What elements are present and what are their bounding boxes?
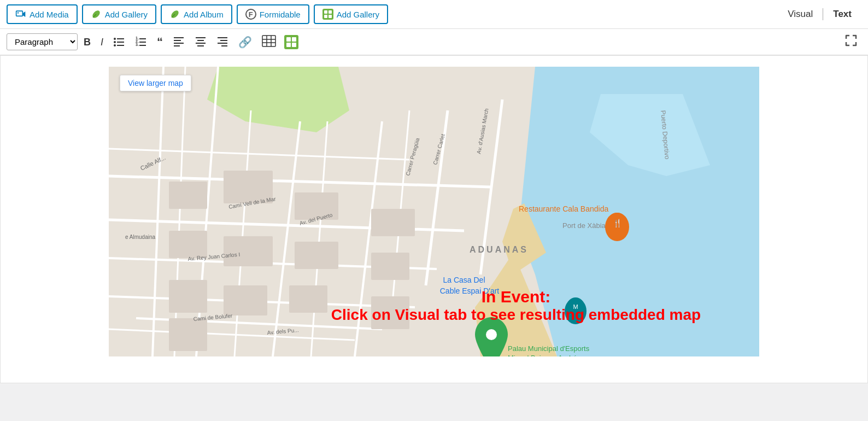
green-grid-icon (322, 9, 333, 20)
svg-rect-58 (295, 242, 338, 269)
svg-point-6 (114, 38, 116, 40)
view-larger-map-link[interactable]: View larger map (120, 75, 191, 91)
svg-point-88 (486, 329, 497, 340)
svg-text:La Casa Del: La Casa Del (443, 276, 485, 284)
svg-text:Palau Municipal d'Esports: Palau Municipal d'Esports (508, 344, 590, 353)
svg-rect-60 (371, 253, 409, 280)
tab-text[interactable]: Text (823, 4, 861, 24)
align-right-button[interactable] (213, 33, 232, 51)
align-left-button[interactable] (169, 33, 189, 51)
svg-rect-57 (224, 236, 273, 266)
map-background: Calle Alf... e Almudaina Cami de Bolufer… (109, 67, 759, 356)
svg-point-10 (114, 44, 116, 46)
add-media-button[interactable]: Add Media (7, 4, 78, 24)
add-album-label: Add Album (184, 10, 224, 19)
svg-rect-62 (224, 285, 267, 315)
svg-text:M: M (573, 303, 578, 310)
svg-rect-64 (371, 296, 409, 329)
add-gallery-1-label: Add Gallery (105, 10, 148, 19)
svg-rect-59 (371, 209, 415, 236)
add-album-button[interactable]: Add Album (161, 4, 232, 24)
svg-text:Restaurante Cala Bandida: Restaurante Cala Bandida (519, 204, 608, 213)
tab-group: Visual Text (778, 4, 861, 24)
bold-button[interactable]: B (80, 35, 95, 49)
ordered-list-button[interactable]: 1. 2. 3. (131, 33, 151, 51)
add-gallery-2-label: Add Gallery (337, 10, 379, 19)
svg-rect-53 (169, 182, 207, 209)
editor-area: Calle Alf... e Almudaina Cami de Bolufer… (0, 55, 868, 383)
align-center-button[interactable] (191, 33, 210, 51)
svg-rect-0 (16, 11, 23, 16)
add-gallery-2-button[interactable]: Add Gallery (314, 4, 388, 24)
formidable-icon: F (245, 9, 256, 20)
svg-text:e Almudaina: e Almudaina (125, 234, 155, 240)
svg-text:Port de Xàbia: Port de Xàbia (562, 221, 606, 230)
blockquote-button[interactable]: “ (153, 34, 167, 50)
formidable-label: Formidable (260, 10, 301, 19)
svg-rect-30 (262, 36, 275, 46)
svg-text:Miguel Buigues Andrés: Miguel Buigues Andrés (508, 354, 580, 356)
add-media-label: Add Media (30, 10, 69, 19)
formidable-button[interactable]: F Formidable (237, 4, 309, 24)
paragraph-select[interactable]: Paragraph (7, 33, 78, 50)
leaf-icon-1 (91, 9, 102, 20)
unordered-list-button[interactable] (109, 33, 129, 51)
svg-rect-61 (169, 280, 207, 313)
svg-point-8 (114, 41, 116, 43)
top-toolbar: Add Media Add Gallery Add Album F Formid… (0, 0, 868, 29)
tab-visual[interactable]: Visual (778, 4, 823, 24)
svg-rect-65 (169, 318, 207, 351)
italic-button[interactable]: I (97, 35, 107, 49)
svg-text:🍴: 🍴 (613, 219, 623, 228)
fullscreen-button[interactable] (841, 32, 861, 51)
svg-rect-56 (169, 231, 207, 258)
add-gallery-1-button[interactable]: Add Gallery (82, 4, 156, 24)
svg-rect-63 (289, 285, 327, 313)
link-button[interactable]: 🔗 (234, 34, 256, 50)
svg-point-1 (17, 12, 19, 14)
table-button[interactable] (258, 33, 280, 51)
svg-text:ADUANAS: ADUANAS (470, 245, 529, 254)
svg-text:3.: 3. (136, 43, 139, 46)
format-toolbar: Paragraph B I 1. 2. 3. “ (0, 29, 868, 55)
svg-text:Cable Espai D'art: Cable Espai D'art (440, 286, 500, 295)
green-grid-format-icon[interactable] (284, 35, 298, 49)
map-container: Calle Alf... e Almudaina Cami de Bolufer… (109, 67, 759, 356)
leaf-icon-2 (169, 9, 180, 20)
media-icon (15, 9, 26, 20)
